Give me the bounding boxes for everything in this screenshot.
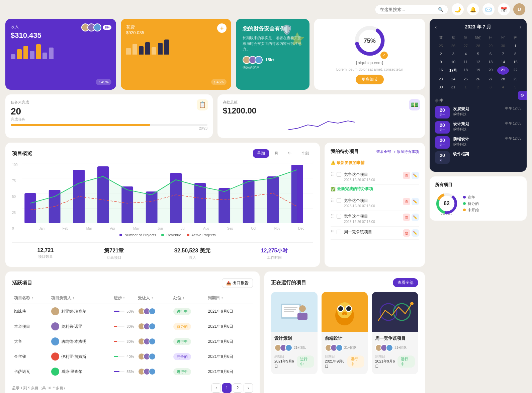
- cal-next-btn[interactable]: ›: [520, 24, 521, 30]
- col-progress[interactable]: 进步 ↕: [112, 293, 136, 304]
- sparkline: [223, 118, 420, 133]
- col-due[interactable]: 到期日 ↕: [206, 293, 253, 304]
- bell-icon-btn[interactable]: 🔔: [467, 3, 479, 15]
- col-assignee[interactable]: 受让人 ↕: [136, 293, 171, 304]
- cal-day-19[interactable]: 19: [472, 66, 484, 75]
- drag-handle-1[interactable]: ⠿: [331, 172, 334, 177]
- todo-delete-2[interactable]: 🗑: [403, 198, 410, 205]
- search-input[interactable]: [380, 7, 435, 12]
- cal-prev-btn[interactable]: ‹: [435, 24, 437, 30]
- todo-edit-1[interactable]: ✏️: [412, 172, 419, 179]
- period-tab-all[interactable]: 全部: [297, 149, 313, 158]
- cell-lead: 伊利亚·詹姆斯: [49, 349, 112, 364]
- todo-delete-1[interactable]: 🗑: [403, 172, 410, 179]
- cal-day-16[interactable]: 16: [435, 66, 447, 75]
- cal-day-28[interactable]: 28: [497, 75, 509, 83]
- search-box[interactable]: 🔍: [375, 5, 448, 14]
- cal-day-17[interactable]: 17号: [447, 66, 459, 75]
- todo-title: 我的待办项目: [331, 149, 359, 155]
- cal-day-23[interactable]: 23: [435, 75, 447, 83]
- cal-day-11[interactable]: 11: [460, 58, 471, 66]
- cal-day-7[interactable]: 7: [497, 50, 509, 58]
- page-2-btn[interactable]: 2: [233, 383, 242, 393]
- cal-day-29[interactable]: 29: [510, 75, 521, 83]
- add-todo-btn[interactable]: + 添加待办事项: [394, 149, 419, 154]
- task-progress-label: 20/28: [11, 127, 207, 130]
- cal-day-13[interactable]: 13: [485, 58, 497, 66]
- cal-day-18[interactable]: 18: [460, 66, 471, 75]
- todo-edit-4[interactable]: ✏️: [412, 229, 419, 237]
- period-tab-week[interactable]: 星期: [253, 149, 269, 158]
- cal-day-27[interactable]: 27: [485, 75, 497, 83]
- cal-day-3[interactable]: 3: [447, 50, 459, 58]
- todo-delete-3[interactable]: 🗑: [403, 214, 410, 221]
- cal-day-25[interactable]: 25: [460, 75, 471, 83]
- page-1-btn[interactable]: 1: [222, 383, 232, 393]
- revenue-amount: $310.435: [11, 31, 111, 40]
- cal-day-4[interactable]: 4: [460, 50, 471, 58]
- todo-edit-3[interactable]: ✏️: [412, 214, 419, 221]
- todo-text-4: 周一竞争该项目: [344, 229, 400, 235]
- cal-day-4b[interactable]: 4: [497, 83, 509, 91]
- avatar[interactable]: U: [513, 3, 525, 15]
- prev-page-btn[interactable]: ‹: [211, 383, 221, 393]
- cal-day-31[interactable]: 31: [447, 83, 459, 91]
- moon-icon-btn[interactable]: 🌙: [452, 3, 464, 15]
- cal-day-20[interactable]: 20: [485, 66, 497, 75]
- next-page-btn[interactable]: ›: [244, 383, 253, 393]
- cal-day-25a[interactable]: 25: [435, 42, 447, 50]
- col-lead[interactable]: 项目负责人 ↕: [49, 293, 112, 304]
- todo-edit-2[interactable]: ✏️: [412, 198, 419, 205]
- cal-day-6[interactable]: 6: [485, 50, 497, 58]
- drag-handle-4[interactable]: ⠿: [331, 229, 334, 235]
- mail-icon-btn[interactable]: ✉️: [482, 3, 495, 15]
- cal-day-5[interactable]: 5: [472, 50, 484, 58]
- cal-day-21-today[interactable]: 21: [497, 66, 509, 75]
- cal-day-9[interactable]: 9: [435, 58, 447, 66]
- cal-day-30a[interactable]: 30: [497, 42, 509, 50]
- cal-day-29a[interactable]: 29: [485, 42, 497, 50]
- todo-actions[interactable]: 查看全部 + 添加待办事项: [376, 149, 419, 154]
- cal-day-12[interactable]: 12: [472, 58, 484, 66]
- col-name[interactable]: 项目名称 ↑: [12, 293, 49, 304]
- financial-card: 🛡️ ⭐ 您的财务安全有保障 长期以来的事实是，读者在查看页面布局时会被页面的可…: [236, 19, 309, 90]
- project-overview-card: 项目概览 星期 月 年 全部 100 75 50 25 0: [5, 143, 320, 267]
- cal-day-3b[interactable]: 3: [485, 83, 497, 91]
- cal-day-2b[interactable]: 2: [472, 83, 484, 91]
- cal-day-8[interactable]: 8: [510, 50, 521, 58]
- y-25: 25: [12, 211, 18, 215]
- cal-day-1[interactable]: 1: [510, 42, 521, 50]
- todo-checkbox-1[interactable]: [337, 172, 341, 177]
- export-button[interactable]: 📤 出口报告: [222, 278, 253, 288]
- proj-card-body-1: 设计策划 21+团队 到期: [271, 332, 318, 374]
- todo-checkbox-3[interactable]: [337, 214, 341, 219]
- cal-day-26a[interactable]: 26: [447, 42, 459, 50]
- cal-day-5b[interactable]: 5: [510, 83, 521, 91]
- col-status[interactable]: 处位 ↕: [171, 293, 206, 304]
- drag-handle-3[interactable]: ⠿: [331, 214, 334, 219]
- todo-checkbox-4[interactable]: [337, 230, 341, 234]
- cal-day-24[interactable]: 24: [447, 75, 459, 83]
- todo-delete-4[interactable]: 🗑: [403, 229, 410, 237]
- cal-day-14[interactable]: 14: [497, 58, 509, 66]
- todo-checkbox-2[interactable]: [337, 198, 341, 203]
- cal-day-15[interactable]: 15: [510, 58, 521, 66]
- cal-day-28a[interactable]: 28: [472, 42, 484, 50]
- cal-settings-btn[interactable]: ⚙: [518, 91, 527, 100]
- view-all-button[interactable]: 查看全部: [393, 278, 418, 287]
- cal-day-22[interactable]: 22: [510, 66, 521, 75]
- cal-day-26[interactable]: 26: [472, 75, 484, 83]
- view-all-link[interactable]: 查看全部: [376, 149, 391, 154]
- cal-day-1b[interactable]: 1: [460, 83, 471, 91]
- detail-button[interactable]: 更多细节: [356, 75, 384, 84]
- period-tab-month[interactable]: 月: [270, 149, 282, 158]
- bar-5: [36, 44, 41, 59]
- cal-day-2[interactable]: 2: [435, 50, 447, 58]
- period-tab-year[interactable]: 年: [284, 149, 296, 158]
- table-title: 活跃项目: [12, 280, 32, 286]
- drag-handle-2[interactable]: ⠿: [331, 198, 334, 203]
- cal-day-10[interactable]: 10: [447, 58, 459, 66]
- cal-day-30[interactable]: 30: [435, 83, 447, 91]
- cal-day-27a[interactable]: 27: [460, 42, 471, 50]
- calendar-icon-btn[interactable]: 📅: [498, 3, 510, 15]
